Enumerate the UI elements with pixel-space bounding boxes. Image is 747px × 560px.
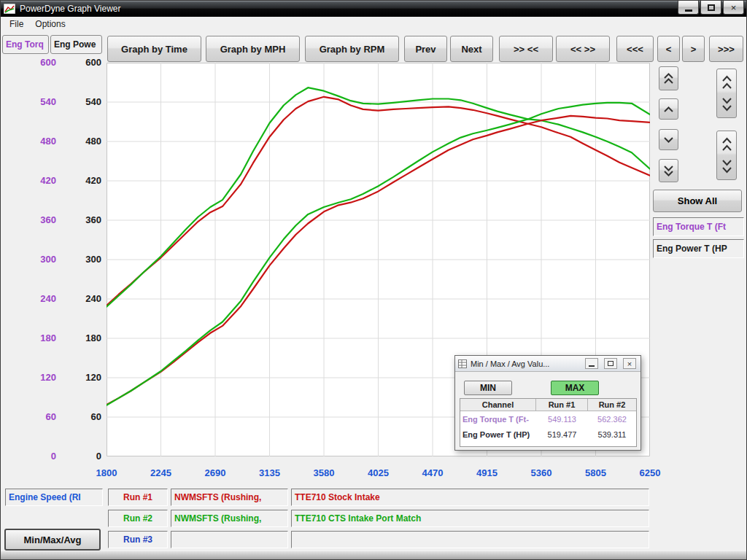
power-axis-tick: 420 [68, 175, 101, 186]
menu-file[interactable]: File [4, 18, 29, 31]
window-title: PowerDyne Graph Viewer [20, 4, 121, 14]
graph-by-rpm-button[interactable]: Graph by RPM [305, 36, 399, 62]
minimize-icon [685, 9, 692, 12]
close-icon: × [627, 359, 632, 368]
power-axis-tick: 480 [68, 136, 101, 147]
table-header-row: Channel Run #1 Run #2 [460, 399, 636, 411]
run3-label-box[interactable]: Run #3 [108, 531, 168, 548]
rpm-axis-tick: 1800 [85, 467, 128, 478]
minimize-icon [589, 365, 595, 367]
pan-right-button[interactable]: > [682, 36, 705, 62]
y-scroll-up-button[interactable] [659, 98, 678, 120]
run1-max-power-value: 519.477 [536, 430, 588, 439]
graph-by-time-button[interactable]: Graph by Time [107, 36, 201, 62]
prev-button[interactable]: Prev [404, 36, 447, 62]
minmax-minimize-button[interactable] [585, 358, 598, 369]
rpm-axis-tick: 4915 [465, 467, 509, 478]
power-axis-tick: 120 [68, 372, 101, 383]
rpm-axis-tick: 4470 [411, 467, 454, 478]
torque-axis-tick: 600 [23, 57, 56, 68]
power-axis-tick: 60 [68, 411, 101, 422]
restore-icon [608, 361, 614, 366]
zoom-out-x-button[interactable]: << >> [556, 36, 610, 62]
power-axis-tick: 600 [68, 57, 101, 68]
show-all-button[interactable]: Show All [653, 190, 742, 212]
run2-max-power-value: 539.311 [588, 430, 636, 439]
torque-axis-tick: 120 [23, 372, 56, 383]
torque-axis-tick: 540 [23, 96, 56, 107]
run2-label-box[interactable]: Run #2 [108, 510, 168, 527]
run3-description-box[interactable] [291, 531, 649, 548]
close-button[interactable]: × [723, 1, 744, 15]
legend-eng-power[interactable]: Eng Power T (HP [653, 239, 744, 258]
pan-left-button[interactable]: < [657, 36, 680, 62]
y-range-expand-bottom-button[interactable] [716, 131, 737, 180]
rpm-axis-tick: 3580 [302, 467, 346, 478]
minmax-close-button[interactable]: × [623, 358, 636, 369]
torque-axis-tick: 480 [23, 136, 56, 147]
minmax-restore-button[interactable] [604, 358, 617, 369]
minmax-window-icon [458, 359, 467, 368]
rpm-axis-tick: 3135 [248, 467, 292, 478]
rpm-axis-tick: 4025 [357, 467, 400, 478]
minimize-button[interactable] [678, 1, 699, 15]
y-scroll-double-up-button[interactable] [659, 66, 678, 90]
zoom-in-x-button[interactable]: >> << [499, 36, 553, 62]
run1-label-box[interactable]: Run #1 [108, 489, 168, 506]
tab-eng-power-axis[interactable]: Eng Powe [50, 35, 102, 54]
run2-operator-box[interactable]: NWMSFTS (Rushing, [171, 510, 288, 527]
power-axis-tick: 540 [68, 96, 101, 107]
app-icon [4, 4, 15, 14]
power-axis-tick: 0 [68, 451, 101, 462]
run2-max-torque-value: 562.362 [588, 415, 636, 424]
column-header-channel[interactable]: Channel [460, 399, 536, 411]
rpm-axis-tick: 2690 [193, 467, 237, 478]
rpm-axis-tick: 5805 [574, 467, 618, 478]
y-range-expand-top-button[interactable] [716, 69, 737, 118]
column-header-run2[interactable]: Run #2 [588, 399, 636, 411]
maximize-button[interactable] [700, 1, 721, 15]
double-chevron-down-icon [663, 165, 674, 177]
double-chevron-up-icon [663, 72, 674, 85]
graph-by-mph-button[interactable]: Graph by MPH [206, 36, 300, 62]
y-scroll-down-button[interactable] [659, 129, 678, 150]
y-scroll-double-down-button[interactable] [659, 159, 678, 182]
table-row: Eng Power T (HP) 519.477 539.311 [460, 427, 636, 442]
title-bar[interactable]: PowerDyne Graph Viewer × [1, 1, 746, 17]
maximize-icon [708, 4, 715, 11]
minmax-window[interactable]: Min / Max / Avg Valu... × MIN MAX Channe… [454, 355, 641, 451]
tab-eng-torque-axis[interactable]: Eng Torq [2, 35, 49, 54]
menu-options[interactable]: Options [29, 18, 71, 31]
torque-axis-tick: 60 [23, 411, 56, 422]
max-toggle-button[interactable]: MAX [551, 381, 599, 395]
next-button[interactable]: Next [450, 36, 493, 62]
table-row: Eng Torque T (Ft- 549.113 562.362 [460, 411, 636, 427]
channel-name: Eng Torque T (Ft- [460, 415, 536, 424]
column-header-run1[interactable]: Run #1 [536, 399, 588, 411]
run2-description-box[interactable]: TTE710 CTS Intake Port Match [291, 510, 649, 527]
torque-axis-tick: 0 [23, 451, 56, 462]
minmax-window-title: Min / Max / Avg Valu... [471, 359, 549, 368]
minmax-avg-button[interactable]: Min/Max/Avg [4, 529, 101, 551]
min-toggle-button[interactable]: MIN [464, 381, 512, 395]
minmax-titlebar[interactable]: Min / Max / Avg Valu... × [455, 356, 640, 372]
pan-far-right-button[interactable]: >>> [709, 36, 743, 62]
legend-eng-torque[interactable]: Eng Torque T (Ft [653, 217, 744, 236]
chevron-down-icon [663, 136, 674, 144]
window-bottom-edge [1, 551, 746, 560]
rpm-axis-tick: 5360 [519, 467, 563, 478]
power-axis-tick: 240 [68, 293, 101, 304]
power-axis-tick: 300 [68, 254, 101, 265]
expand-chevrons-icon [721, 74, 732, 112]
rpm-axis-tick: 2245 [139, 467, 183, 478]
close-icon: × [731, 2, 737, 13]
channel-name: Eng Power T (HP) [460, 430, 536, 439]
torque-axis-tick: 180 [23, 332, 56, 343]
power-axis-tick: 180 [68, 332, 101, 343]
run3-operator-box[interactable] [171, 531, 288, 548]
x-channel-box[interactable]: Engine Speed (RI [5, 489, 103, 506]
pan-far-left-button[interactable]: <<< [616, 36, 654, 62]
run1-operator-box[interactable]: NWMSFTS (Rushing, [171, 489, 288, 506]
run1-max-torque-value: 549.113 [536, 415, 588, 424]
run1-description-box[interactable]: TTE710 Stock Intake [291, 489, 649, 506]
